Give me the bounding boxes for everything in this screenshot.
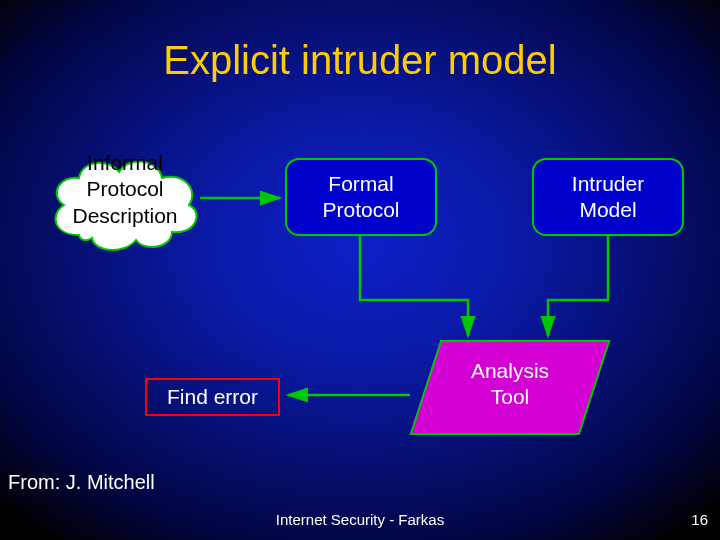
slide-title: Explicit intruder model	[0, 38, 720, 83]
footer-text: Internet Security - Farkas	[0, 511, 720, 528]
box-find-error: Find error	[145, 378, 280, 416]
analysis-tool-label: AnalysisTool	[425, 358, 595, 411]
cloud-informal-protocol-label: InformalProtocolDescription	[50, 150, 200, 229]
attribution-text: From: J. Mitchell	[8, 471, 155, 494]
page-number: 16	[691, 511, 708, 528]
box-formal-protocol: FormalProtocol	[285, 158, 437, 236]
box-intruder-model: IntruderModel	[532, 158, 684, 236]
